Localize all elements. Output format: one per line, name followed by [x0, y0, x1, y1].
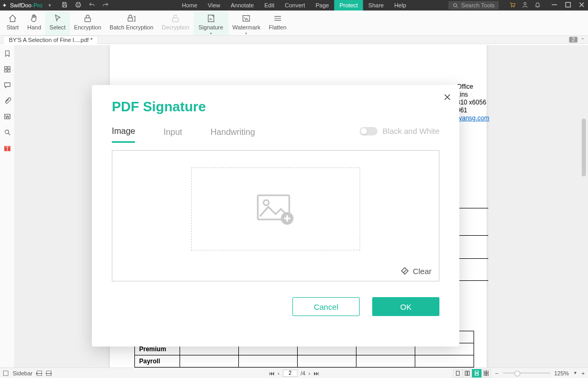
tab-image[interactable]: Image [112, 127, 135, 143]
ribbon-flatten[interactable]: Flatten [265, 12, 291, 35]
title-right-controls [509, 2, 585, 9]
menu-share[interactable]: Share [363, 0, 389, 10]
black-white-toggle[interactable]: Black and White [360, 127, 439, 135]
dialog-title: PDF Signature [112, 99, 439, 115]
ribbon-signature[interactable]: Signature ▾ [194, 12, 228, 35]
svg-point-3 [524, 3, 527, 5]
ribbon-select[interactable]: Select [45, 12, 70, 35]
save-icon[interactable] [61, 2, 68, 9]
watermark-icon [242, 14, 251, 23]
status-bar: Sidebar ⟵ ⟶ ⏮ ‹ /4 › ⏭ − 125% ▼ + [0, 368, 588, 378]
search-placeholder: Search Tools [461, 2, 495, 8]
expand-icon[interactable]: ⟶ [46, 371, 51, 376]
svg-rect-10 [7, 67, 9, 69]
close-window-icon[interactable] [579, 2, 585, 9]
prev-page-icon[interactable]: ‹ [278, 370, 280, 376]
menu-convert[interactable]: Convert [279, 0, 310, 10]
home-icon [8, 14, 17, 23]
bookmark-icon[interactable] [3, 49, 12, 58]
document-viewport[interactable]: Office kins 810 x6056 061 ryansg.com SEC… [15, 45, 588, 368]
tab-handwriting[interactable]: Handwriting [211, 128, 255, 142]
svg-rect-8 [243, 16, 250, 22]
ribbon-batch-encryption[interactable]: Batch Encryption [106, 12, 158, 35]
svg-point-0 [453, 3, 456, 6]
first-page-icon[interactable]: ⏮ [269, 370, 275, 376]
menu-annotate[interactable]: Annotate [225, 0, 259, 10]
last-page-icon[interactable]: ⏭ [313, 370, 319, 376]
cart-icon[interactable] [509, 2, 516, 9]
bell-icon[interactable] [534, 2, 541, 9]
close-button[interactable] [444, 92, 451, 103]
minimize-icon[interactable] [551, 2, 558, 9]
svg-rect-28 [487, 374, 489, 376]
sidebar-toggle-icon[interactable] [3, 371, 8, 376]
svg-point-18 [264, 200, 269, 205]
file-tab[interactable]: BY'S A Selection of Fine I....pdf * [3, 36, 98, 44]
word-export-icon[interactable] [3, 112, 12, 121]
attachments-icon[interactable] [3, 97, 12, 105]
menu-home[interactable]: Home [176, 0, 202, 10]
app-logo: ✦ SwifDoo-Pro ▼ [2, 2, 56, 9]
sidebar-label[interactable]: Sidebar [13, 370, 33, 376]
zoom-out-icon[interactable]: − [495, 370, 498, 376]
ribbon-watermark[interactable]: Watermark ▾ [228, 12, 265, 35]
comments-icon[interactable] [3, 81, 12, 89]
hand-icon [29, 14, 39, 23]
svg-rect-24 [475, 374, 478, 376]
zoom-in-icon[interactable]: + [582, 370, 585, 376]
search-icon[interactable] [3, 128, 12, 136]
single-page-view-icon[interactable] [453, 369, 463, 377]
two-page-view-icon[interactable] [463, 369, 472, 377]
undo-icon[interactable] [89, 2, 95, 9]
main-menu: Home View Annotate Edit Convert Page Pro… [176, 0, 411, 10]
left-sidebar-rail [0, 45, 15, 368]
quick-access [61, 2, 109, 9]
svg-rect-9 [4, 67, 6, 69]
page-number-input[interactable] [282, 370, 297, 377]
chevron-down-icon[interactable]: ▼ [48, 3, 52, 8]
continuous-view-icon[interactable] [472, 369, 481, 377]
image-dropzone[interactable] [191, 167, 360, 250]
batch-lock-icon [127, 14, 136, 23]
clear-button[interactable]: Clear [400, 266, 432, 276]
menu-edit[interactable]: Edit [259, 0, 280, 10]
zoom-slider[interactable] [503, 372, 550, 374]
menu-page[interactable]: Page [310, 0, 334, 10]
zoom-dropdown-icon[interactable]: ▼ [573, 371, 578, 375]
ribbon-protect: Start Hand Select Encryption Batch Encry… [0, 10, 588, 36]
ok-button[interactable]: OK [372, 297, 439, 316]
tab-input[interactable]: Input [163, 128, 182, 142]
gift-icon[interactable] [3, 144, 12, 152]
svg-rect-21 [465, 371, 467, 375]
menu-protect[interactable]: Protect [334, 0, 363, 10]
ribbon-encryption[interactable]: Encryption [70, 12, 106, 35]
ribbon-hand[interactable]: Hand [23, 12, 45, 35]
next-page-icon[interactable]: › [309, 370, 311, 376]
menu-view[interactable]: View [203, 0, 226, 10]
ribbon-start[interactable]: Start [2, 12, 23, 35]
continuous-two-view-icon[interactable] [481, 369, 491, 377]
page-navigator: ⏮ ‹ /4 › ⏭ [269, 370, 320, 377]
svg-rect-7 [173, 18, 178, 22]
modal-layer: PDF Signature Image Input Handwriting Bl… [15, 90, 588, 357]
menu-help[interactable]: Help [389, 0, 412, 10]
total-pages: /4 [300, 370, 305, 376]
thumbnails-icon[interactable] [3, 65, 12, 74]
ribbon-decryption[interactable]: Decryption [158, 12, 194, 35]
toggle-switch[interactable] [360, 127, 377, 135]
maximize-icon[interactable] [565, 2, 571, 9]
chevron-down-icon: ▾ [210, 32, 212, 36]
svg-rect-22 [468, 371, 470, 375]
page-badge: 2 [569, 37, 578, 43]
signature-tabs: Image Input Handwriting Black and White [112, 127, 439, 143]
print-icon[interactable] [75, 2, 81, 9]
cancel-button[interactable]: Cancel [292, 297, 360, 316]
cursor-icon [53, 14, 62, 23]
user-icon[interactable] [522, 2, 528, 9]
chevron-down-icon: ▾ [245, 32, 247, 36]
redo-icon[interactable] [102, 2, 109, 9]
collapse-ribbon-icon[interactable]: ⌃ [581, 37, 585, 43]
collapse-icon[interactable]: ⟵ [37, 371, 42, 376]
search-tools[interactable]: Search Tools [448, 1, 499, 9]
bird-icon: ✦ [2, 2, 7, 9]
